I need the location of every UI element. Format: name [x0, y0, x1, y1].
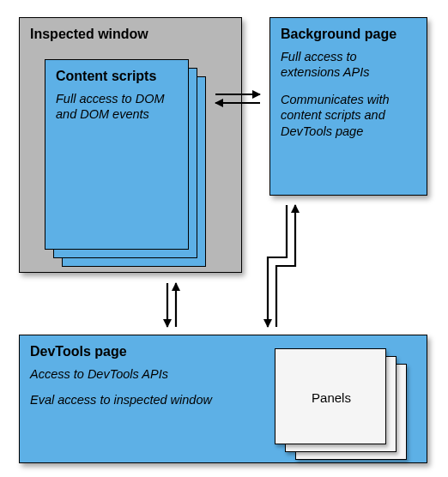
inspected-window-title: Inspected window: [30, 27, 231, 42]
diagram-canvas: Inspected window Content scripts Full ac…: [0, 0, 448, 477]
panels-label: Panels: [275, 390, 387, 405]
content-scripts-desc: Full access to DOM and DOM events: [56, 91, 167, 122]
content-scripts-title: Content scripts: [56, 69, 178, 84]
background-page-title: Background page: [281, 27, 416, 42]
background-page-desc1: Full access to extensions APIs: [281, 49, 416, 80]
panel-card: Panels: [275, 348, 386, 444]
background-page-box: Background page Full access to extension…: [269, 17, 427, 196]
background-page-desc2: Communicates with content scripts and De…: [281, 92, 416, 138]
content-scripts-box: Content scripts Full access to DOM and D…: [45, 59, 189, 250]
